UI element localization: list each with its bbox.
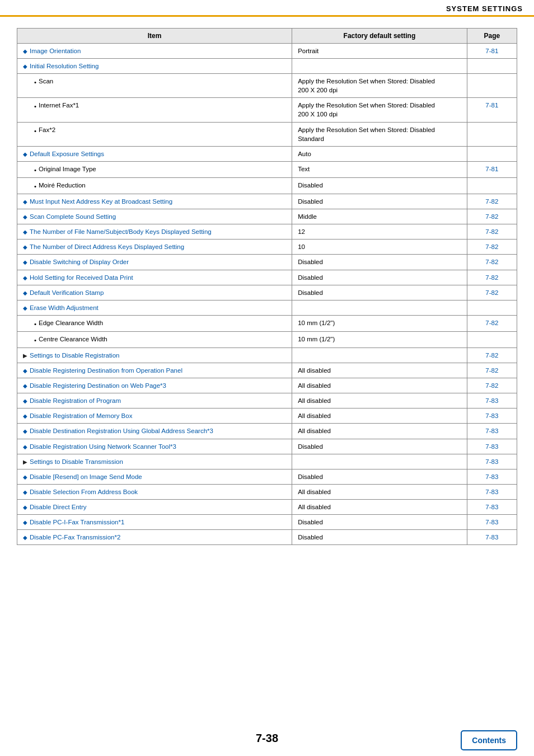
item-label: Original Image Type [39, 165, 96, 173]
item-label: Disable Destination Registration Using G… [30, 426, 213, 435]
table-row: •Moiré ReductionDisabled [17, 177, 517, 194]
diamond-icon: ◆ [23, 243, 27, 251]
bullet-icon: • [34, 320, 36, 328]
table-row: ◆Disable Registration of Memory BoxAll d… [17, 408, 517, 424]
item-cell: •Moiré Reduction [17, 177, 292, 194]
page-cell: 7-82 [467, 209, 517, 224]
item-cell: ◆The Number of File Name/Subject/Body Ke… [17, 224, 292, 240]
bullet-item: •Moiré Reduction [23, 181, 286, 191]
item-label: Initial Resolution Setting [30, 62, 99, 71]
table-row: ◆Disable Registration Using Network Scan… [17, 439, 517, 454]
item-cell: •Centre Clearance Width [17, 331, 292, 348]
item-cell: ◆Disable Switching of Display Order [17, 255, 292, 270]
default-cell: Disabled [292, 177, 467, 194]
item-cell: •Scan [17, 74, 292, 98]
item-cell: •Fax*2 [17, 122, 292, 146]
default-cell: All disabled [292, 393, 467, 408]
table-row: •Edge Clearance Width10 mm (1/2")7-82 [17, 315, 517, 331]
diamond-item: ◆Disable Destination Registration Using … [23, 426, 286, 435]
bullet-item: •Edge Clearance Width [23, 318, 286, 328]
page-cell: 7-83 [467, 393, 517, 408]
diamond-icon: ◆ [23, 259, 27, 266]
diamond-icon: ◆ [23, 489, 27, 496]
default-cell: Middle [292, 209, 467, 224]
table-row: ◆Erase Width Adjustment [17, 300, 517, 315]
item-cell: ◆Initial Resolution Setting [17, 59, 292, 74]
page-cell: 7-81 [467, 161, 517, 177]
page-number: 7-38 [17, 732, 517, 745]
table-row: ◆Disable Switching of Display OrderDisab… [17, 255, 517, 270]
diamond-icon: ◆ [23, 443, 27, 451]
page-cell: 7-83 [467, 515, 517, 530]
default-cell: 10 mm (1/2") [292, 331, 467, 348]
table-row: ◆Initial Resolution Setting [17, 59, 517, 74]
page-cell: 7-82 [467, 315, 517, 331]
diamond-item: ◆Default Exposure Settings [23, 149, 286, 158]
item-label: Disable Registration Using Network Scann… [30, 442, 176, 451]
section-label: Settings to Disable Transmission [30, 457, 123, 466]
item-cell: ◆Image Orientation [17, 44, 292, 59]
diamond-icon: ◆ [23, 382, 27, 390]
item-label: Image Orientation [30, 46, 81, 55]
item-cell: •Original Image Type [17, 161, 292, 177]
default-cell [292, 454, 467, 469]
diamond-item: ◆Disable Registering Destination on Web … [23, 381, 286, 390]
triangle-icon: ▶ [23, 352, 27, 360]
item-cell: ◆Disable Destination Registration Using … [17, 424, 292, 439]
item-label: Scan Complete Sound Setting [30, 212, 116, 221]
page-cell: 7-81 [467, 44, 517, 59]
item-label: Internet Fax*1 [39, 101, 79, 110]
default-cell: All disabled [292, 363, 467, 378]
table-row: ◆Disable PC-I-Fax Transmission*1Disabled… [17, 515, 517, 530]
default-cell: All disabled [292, 424, 467, 439]
default-cell: 10 mm (1/2") [292, 315, 467, 331]
main-content: Item Factory default setting Page ◆Image… [0, 17, 534, 556]
diamond-item: ◆The Number of Direct Address Keys Displ… [23, 242, 286, 251]
default-cell: All disabled [292, 499, 467, 514]
page-cell: 7-83 [467, 469, 517, 484]
item-cell: ◆Disable Registration of Program [17, 393, 292, 408]
section-header: ▶Settings to Disable Registration [23, 351, 286, 360]
page-cell: 7-83 [467, 439, 517, 454]
diamond-item: ◆Disable Switching of Display Order [23, 257, 286, 266]
item-cell: ◆Must Input Next Address Key at Broadcas… [17, 194, 292, 209]
bullet-icon: • [34, 102, 36, 111]
diamond-icon: ◆ [23, 213, 27, 221]
item-cell: ◆Disable Registering Destination from Op… [17, 363, 292, 378]
item-cell: ◆Erase Width Adjustment [17, 300, 292, 315]
table-row: ◆Disable PC-Fax Transmission*2Disabled7-… [17, 530, 517, 545]
page-cell [467, 122, 517, 146]
diamond-icon: ◆ [23, 504, 27, 511]
item-cell: ◆Disable Registration Using Network Scan… [17, 439, 292, 454]
diamond-icon: ◆ [23, 289, 27, 297]
item-cell: ◆Hold Setting for Received Data Print [17, 270, 292, 285]
item-label: Disable Direct Entry [30, 503, 87, 511]
bullet-item: •Original Image Type [23, 165, 286, 175]
item-label: Edge Clearance Width [39, 318, 103, 327]
table-row: •Centre Clearance Width10 mm (1/2") [17, 331, 517, 348]
page-cell [467, 59, 517, 74]
item-cell: ◆Disable Direct Entry [17, 499, 292, 514]
table-row: ◆The Number of File Name/Subject/Body Ke… [17, 224, 517, 240]
table-row: ◆Disable Registering Destination on Web … [17, 378, 517, 393]
page-cell: 7-83 [467, 408, 517, 424]
diamond-icon: ◆ [23, 428, 27, 435]
item-label: Default Verification Stamp [30, 288, 104, 297]
page-cell: 7-82 [467, 240, 517, 255]
bullet-item: •Centre Clearance Width [23, 335, 286, 345]
diamond-item: ◆Disable PC-Fax Transmission*2 [23, 533, 286, 542]
table-row: •Original Image TypeText7-81 [17, 161, 517, 177]
diamond-item: ◆Initial Resolution Setting [23, 62, 286, 71]
default-cell: 12 [292, 224, 467, 240]
item-label: Disable Switching of Display Order [30, 257, 129, 266]
diamond-icon: ◆ [23, 48, 27, 55]
diamond-item: ◆Image Orientation [23, 46, 286, 55]
default-cell: Text [292, 161, 467, 177]
item-label: Disable Registering Destination on Web P… [30, 381, 166, 390]
default-cell: Disabled [292, 530, 467, 545]
diamond-item: ◆Default Verification Stamp [23, 288, 286, 297]
contents-button[interactable]: Contents [461, 730, 517, 750]
default-cell: 10 [292, 240, 467, 255]
item-cell: ◆Disable PC-Fax Transmission*2 [17, 530, 292, 545]
bullet-item: •Internet Fax*1 [23, 101, 286, 111]
